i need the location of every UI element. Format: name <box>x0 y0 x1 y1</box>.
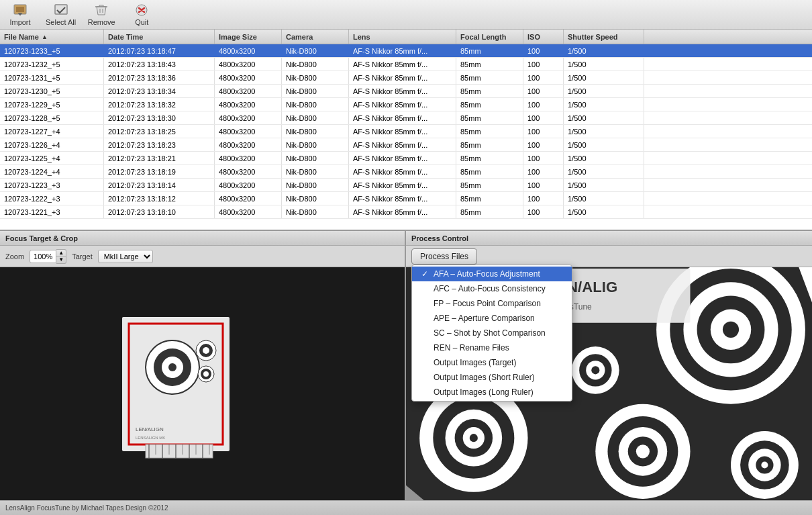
table-row[interactable]: 120723-1222_+32012:07:23 13:18:124800x32… <box>0 192 812 205</box>
import-button[interactable]: Import <box>5 3 35 26</box>
table-row[interactable]: 120723-1225_+42012:07:23 13:18:214800x32… <box>0 152 812 165</box>
dropdown-item-3[interactable]: APE – Aperture Comparison <box>412 311 572 326</box>
check-mark-0: ✓ <box>420 269 429 279</box>
check-mark-6 <box>420 358 429 367</box>
cell-filename: 120723-1230_+5 <box>0 85 104 97</box>
cell-imagesize: 4800x3200 <box>215 111 282 124</box>
cell-datetime: 2012:07:23 13:18:47 <box>104 44 215 57</box>
cell-imagesize: 4800x3200 <box>215 71 282 84</box>
cell-focal: 85mm <box>456 205 523 218</box>
table-row[interactable]: 120723-1227_+42012:07:23 13:18:254800x32… <box>0 125 812 138</box>
quit-button[interactable]: Quit <box>127 3 156 26</box>
col-header-lens[interactable]: Lens <box>349 30 456 44</box>
remove-button[interactable]: Remove <box>87 3 116 26</box>
col-header-camera[interactable]: Camera <box>282 30 349 44</box>
cell-imagesize: 4800x3200 <box>215 125 282 138</box>
dropdown-item-1[interactable]: AFC – Auto-Focus Consistency <box>412 281 572 296</box>
zoom-input-wrap: ▲ ▼ <box>30 249 66 264</box>
table-header: File Name ▲ Date Time Image Size Camera … <box>0 30 812 44</box>
cell-lens: AF-S Nikkor 85mm f/... <box>349 152 456 165</box>
cell-datetime: 2012:07:23 13:18:10 <box>104 205 215 218</box>
table-row[interactable]: 120723-1221_+32012:07:23 13:18:104800x32… <box>0 205 812 219</box>
dropdown-item-7[interactable]: Output Images (Short Ruler) <box>412 370 572 385</box>
dropdown-item-label-3: APE – Aperture Comparison <box>434 314 535 323</box>
table-row[interactable]: 120723-1228_+52012:07:23 13:18:304800x32… <box>0 111 812 125</box>
dropdown-item-2[interactable]: FP – Focus Point Comparison <box>412 296 572 311</box>
dropdown-item-0[interactable]: ✓AFA – Auto-Focus Adjustment <box>412 267 572 281</box>
process-files-button[interactable]: Process Files <box>411 248 477 265</box>
focus-panel: Focus Target & Crop Zoom ▲ ▼ Target MkII… <box>0 231 406 500</box>
cell-focal: 85mm <box>456 111 523 124</box>
table-row[interactable]: 120723-1232_+52012:07:23 13:18:434800x32… <box>0 58 812 71</box>
table-row[interactable]: 120723-1229_+52012:07:23 13:18:324800x32… <box>0 98 812 111</box>
cell-filename: 120723-1223_+3 <box>0 179 104 191</box>
col-header-filename[interactable]: File Name ▲ <box>0 30 104 44</box>
table-row[interactable]: 120723-1233_+52012:07:23 13:18:474800x32… <box>0 44 812 58</box>
target-select[interactable]: MkII Large MkII Small MkI Large MkI Smal… <box>98 250 153 263</box>
file-table: File Name ▲ Date Time Image Size Camera … <box>0 30 812 231</box>
table-row[interactable]: 120723-1226_+42012:07:23 13:18:234800x32… <box>0 138 812 152</box>
cell-iso: 100 <box>523 85 564 97</box>
cell-iso: 100 <box>523 125 564 138</box>
svg-rect-2 <box>55 5 67 14</box>
cell-shutter: 1/500 <box>564 192 644 205</box>
cell-camera: Nik-D800 <box>282 205 349 218</box>
cell-iso: 100 <box>523 44 564 57</box>
cell-shutter: 1/500 <box>564 85 644 97</box>
cell-shutter: 1/500 <box>564 125 644 138</box>
dropdown-item-8[interactable]: Output Images (Long Ruler) <box>412 385 572 400</box>
process-controls: Process Files ✓AFA – Auto-Focus Adjustme… <box>406 246 812 267</box>
cell-iso: 100 <box>523 192 564 205</box>
toolbar: Import Select All Remove <box>0 0 812 30</box>
cell-datetime: 2012:07:23 13:18:34 <box>104 85 215 97</box>
check-mark-2 <box>420 299 429 308</box>
cell-focal: 85mm <box>456 138 523 151</box>
dropdown-item-6[interactable]: Output Images (Target) <box>412 355 572 370</box>
cell-focal: 85mm <box>456 44 523 57</box>
col-header-focal[interactable]: Focal Length <box>456 30 523 44</box>
cell-focal: 85mm <box>456 58 523 71</box>
cell-focal: 85mm <box>456 165 523 178</box>
dropdown-item-label-2: FP – Focus Point Comparison <box>434 299 541 308</box>
cell-imagesize: 4800x3200 <box>215 192 282 205</box>
cell-focal: 85mm <box>456 125 523 138</box>
cell-lens: AF-S Nikkor 85mm f/... <box>349 192 456 205</box>
table-row[interactable]: 120723-1230_+52012:07:23 13:18:344800x32… <box>0 85 812 98</box>
zoom-down-arrow[interactable]: ▼ <box>56 256 66 263</box>
table-row[interactable]: 120723-1231_+52012:07:23 13:18:364800x32… <box>0 71 812 85</box>
col-header-shutter[interactable]: Shutter Speed <box>564 30 644 44</box>
dropdown-item-label-6: Output Images (Target) <box>434 358 516 367</box>
selectall-icon <box>53 3 69 17</box>
cell-datetime: 2012:07:23 13:18:30 <box>104 111 215 124</box>
check-mark-7 <box>420 373 429 382</box>
zoom-stepper[interactable]: ▲ ▼ <box>56 249 66 264</box>
cell-iso: 100 <box>523 98 564 111</box>
cell-filename: 120723-1232_+5 <box>0 58 104 71</box>
zoom-up-arrow[interactable]: ▲ <box>56 250 66 256</box>
cell-iso: 100 <box>523 58 564 71</box>
focus-image-svg: LEN/ALIGN LENSALIGN MK <box>1 267 404 500</box>
cell-datetime: 2012:07:23 13:18:12 <box>104 192 215 205</box>
focus-panel-title: Focus Target & Crop <box>0 231 405 246</box>
process-panel: Process Control Process Files ✓AFA – Aut… <box>406 231 812 500</box>
focus-controls: Zoom ▲ ▼ Target MkII Large MkII Small Mk… <box>0 246 405 267</box>
cell-camera: Nik-D800 <box>282 152 349 165</box>
table-row[interactable]: 120723-1224_+42012:07:23 13:18:194800x32… <box>0 165 812 179</box>
col-header-iso[interactable]: ISO <box>523 30 564 44</box>
import-icon <box>12 3 28 17</box>
cell-iso: 100 <box>523 152 564 165</box>
cell-lens: AF-S Nikkor 85mm f/... <box>349 111 456 124</box>
selectall-button[interactable]: Select All <box>46 3 76 26</box>
dropdown-item-4[interactable]: SC – Shot by Shot Comparison <box>412 326 572 340</box>
col-header-datetime[interactable]: Date Time <box>104 30 215 44</box>
table-row[interactable]: 120723-1223_+32012:07:23 13:18:144800x32… <box>0 179 812 192</box>
cell-imagesize: 4800x3200 <box>215 179 282 191</box>
zoom-input[interactable] <box>30 250 56 263</box>
dropdown-item-5[interactable]: REN – Rename Files <box>412 340 572 355</box>
col-header-imagesize[interactable]: Image Size <box>215 30 282 44</box>
cell-focal: 85mm <box>456 179 523 191</box>
cell-datetime: 2012:07:23 13:18:23 <box>104 138 215 151</box>
cell-shutter: 1/500 <box>564 152 644 165</box>
svg-point-10 <box>168 363 176 371</box>
cell-imagesize: 4800x3200 <box>215 58 282 71</box>
